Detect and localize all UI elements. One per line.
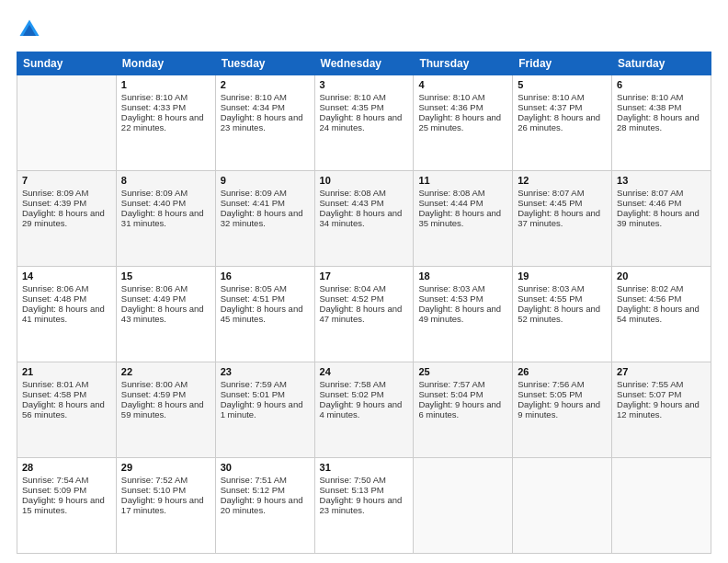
calendar-cell: 26Sunrise: 7:56 AMSunset: 5:05 PMDayligh… [513,362,612,458]
day-number: 22 [121,366,210,377]
calendar-row-4: 28Sunrise: 7:54 AMSunset: 5:09 PMDayligh… [17,458,711,554]
day-number: 16 [221,270,310,282]
day-number: 4 [418,79,507,90]
day-number: 20 [617,270,706,282]
day-number: 13 [617,175,706,186]
calendar-cell: 3Sunrise: 8:10 AMSunset: 4:35 PMDaylight… [314,75,414,171]
daylight-text: Daylight: 9 hours and 17 minutes. [121,495,210,515]
day-number: 8 [121,175,210,186]
sunrise-text: Sunrise: 8:08 AM [418,188,507,198]
day-number: 1 [121,79,210,90]
sunrise-text: Sunrise: 7:50 AM [320,475,409,485]
day-number: 28 [22,462,111,473]
sunset-text: Sunset: 4:43 PM [320,198,409,208]
daylight-text: Daylight: 9 hours and 23 minutes. [320,495,409,515]
day-number: 30 [221,462,310,473]
sunset-text: Sunset: 4:52 PM [320,293,409,304]
calendar-cell: 18Sunrise: 8:03 AMSunset: 4:53 PMDayligh… [414,267,513,362]
sunrise-text: Sunrise: 8:10 AM [617,92,706,102]
calendar-cell: 12Sunrise: 8:07 AMSunset: 4:45 PMDayligh… [513,171,612,267]
sunset-text: Sunset: 4:56 PM [617,293,706,304]
sunrise-text: Sunrise: 7:56 AM [518,379,607,389]
sunset-text: Sunset: 4:38 PM [617,102,706,112]
day-number: 11 [418,175,507,186]
day-number: 24 [320,366,409,377]
logo-icon [17,17,42,42]
sunset-text: Sunset: 4:51 PM [221,293,310,304]
calendar-row-1: 7Sunrise: 8:09 AMSunset: 4:39 PMDaylight… [17,171,711,267]
day-number: 7 [22,175,111,186]
sunset-text: Sunset: 4:34 PM [221,102,310,112]
calendar-cell: 15Sunrise: 8:06 AMSunset: 4:49 PMDayligh… [116,267,215,362]
daylight-text: Daylight: 8 hours and 22 minutes. [121,112,210,132]
daylight-text: Daylight: 8 hours and 54 minutes. [617,304,706,324]
sunrise-text: Sunrise: 8:08 AM [320,188,409,198]
calendar-header-monday: Monday [116,52,215,75]
daylight-text: Daylight: 8 hours and 37 minutes. [518,208,607,228]
calendar-cell: 25Sunrise: 7:57 AMSunset: 5:04 PMDayligh… [414,362,513,458]
sunrise-text: Sunrise: 8:10 AM [121,92,210,102]
calendar-header-tuesday: Tuesday [215,52,314,75]
day-number: 9 [221,175,310,186]
calendar-cell: 30Sunrise: 7:51 AMSunset: 5:12 PMDayligh… [215,458,314,554]
day-number: 29 [121,462,210,473]
sunrise-text: Sunrise: 8:10 AM [221,92,310,102]
day-number: 14 [22,270,111,282]
sunrise-text: Sunrise: 8:10 AM [320,92,409,102]
sunset-text: Sunset: 4:59 PM [121,389,210,399]
sunset-text: Sunset: 5:09 PM [22,485,111,495]
calendar-header-sunday: Sunday [17,52,117,75]
day-number: 17 [320,270,409,282]
calendar-cell: 27Sunrise: 7:55 AMSunset: 5:07 PMDayligh… [612,362,711,458]
day-number: 10 [320,175,409,186]
daylight-text: Daylight: 8 hours and 49 minutes. [418,304,507,324]
sunrise-text: Sunrise: 7:51 AM [221,475,310,485]
sunset-text: Sunset: 5:05 PM [518,389,607,399]
sunset-text: Sunset: 4:41 PM [221,198,310,208]
day-number: 3 [320,79,409,90]
calendar-cell: 17Sunrise: 8:04 AMSunset: 4:52 PMDayligh… [314,267,414,362]
calendar-cell: 23Sunrise: 7:59 AMSunset: 5:01 PMDayligh… [215,362,314,458]
daylight-text: Daylight: 8 hours and 41 minutes. [22,304,111,324]
daylight-text: Daylight: 8 hours and 45 minutes. [221,304,310,324]
sunrise-text: Sunrise: 7:59 AM [221,379,310,389]
sunrise-text: Sunrise: 8:10 AM [518,92,607,102]
page: SundayMondayTuesdayWednesdayThursdayFrid… [0,0,728,563]
sunrise-text: Sunrise: 8:00 AM [121,379,210,389]
calendar-table: SundayMondayTuesdayWednesdayThursdayFrid… [17,52,711,554]
sunset-text: Sunset: 4:37 PM [518,102,607,112]
sunrise-text: Sunrise: 7:58 AM [320,379,409,389]
day-number: 5 [518,79,607,90]
day-number: 18 [418,270,507,282]
calendar-cell: 1Sunrise: 8:10 AMSunset: 4:33 PMDaylight… [116,75,215,171]
calendar-row-3: 21Sunrise: 8:01 AMSunset: 4:58 PMDayligh… [17,362,711,458]
day-number: 2 [221,79,310,90]
calendar-cell: 5Sunrise: 8:10 AMSunset: 4:37 PMDaylight… [513,75,612,171]
calendar-row-0: 1Sunrise: 8:10 AMSunset: 4:33 PMDaylight… [17,75,711,171]
sunset-text: Sunset: 4:40 PM [121,198,210,208]
calendar-row-2: 14Sunrise: 8:06 AMSunset: 4:48 PMDayligh… [17,267,711,362]
calendar-header-thursday: Thursday [414,52,513,75]
day-number: 25 [418,366,507,377]
sunrise-text: Sunrise: 8:07 AM [518,188,607,198]
daylight-text: Daylight: 9 hours and 9 minutes. [518,399,607,419]
calendar-header-row: SundayMondayTuesdayWednesdayThursdayFrid… [17,52,711,75]
daylight-text: Daylight: 8 hours and 47 minutes. [320,304,409,324]
sunrise-text: Sunrise: 8:03 AM [418,283,507,293]
calendar-cell: 4Sunrise: 8:10 AMSunset: 4:36 PMDaylight… [414,75,513,171]
calendar-cell: 16Sunrise: 8:05 AMSunset: 4:51 PMDayligh… [215,267,314,362]
calendar-cell: 9Sunrise: 8:09 AMSunset: 4:41 PMDaylight… [215,171,314,267]
calendar-header-saturday: Saturday [612,52,711,75]
daylight-text: Daylight: 8 hours and 29 minutes. [22,208,111,228]
calendar-cell: 2Sunrise: 8:10 AMSunset: 4:34 PMDaylight… [215,75,314,171]
sunset-text: Sunset: 5:01 PM [221,389,310,399]
calendar-cell: 31Sunrise: 7:50 AMSunset: 5:13 PMDayligh… [314,458,414,554]
calendar-cell: 6Sunrise: 8:10 AMSunset: 4:38 PMDaylight… [612,75,711,171]
daylight-text: Daylight: 9 hours and 6 minutes. [418,399,507,419]
calendar-cell: 11Sunrise: 8:08 AMSunset: 4:44 PMDayligh… [414,171,513,267]
daylight-text: Daylight: 9 hours and 12 minutes. [617,399,706,419]
logo [17,17,46,42]
day-number: 6 [617,79,706,90]
day-number: 15 [121,270,210,282]
sunset-text: Sunset: 5:02 PM [320,389,409,399]
